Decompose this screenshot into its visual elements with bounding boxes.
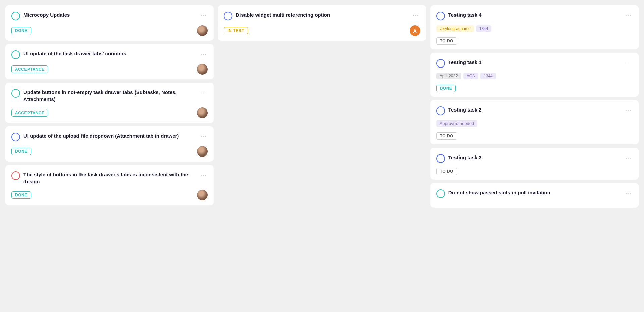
column-2: Disable widget multi referencing option·… — [218, 5, 426, 41]
avatar-image — [197, 146, 208, 157]
task-title: Update buttons in not-empty task drawer … — [23, 89, 196, 103]
task-card: Disable widget multi referencing option·… — [218, 5, 426, 41]
column-3: Testing task 4···verylongtagname1344TO D… — [430, 5, 639, 208]
task-tag: 1344 — [476, 25, 492, 32]
task-status-circle[interactable] — [224, 12, 232, 20]
card-header: Testing task 4··· — [436, 11, 633, 20]
task-tag: 1344 — [480, 73, 496, 79]
task-tag: verylongtagname — [436, 25, 474, 32]
avatar-letter: A — [410, 25, 420, 36]
avatar — [197, 64, 208, 75]
card-header: The style of buttons in the task drawer'… — [11, 171, 208, 185]
card-footer: DONE — [11, 190, 208, 200]
card-footer: ACCEPTANCE — [11, 64, 208, 75]
more-options-button[interactable]: ··· — [624, 189, 633, 197]
task-card: Microcopy Updates···DONE — [5, 5, 214, 41]
status-badge: ACCEPTANCE — [11, 109, 48, 117]
status-badge: TO DO — [436, 37, 457, 45]
card-footer: ACCEPTANCE — [11, 107, 208, 118]
card-header: Do not show passed slots in poll invitat… — [436, 189, 633, 198]
task-title: Disable widget multi referencing option — [236, 11, 408, 18]
task-card: Update buttons in not-empty task drawer … — [5, 83, 214, 123]
card-header: Testing task 2··· — [436, 106, 633, 115]
task-title: Do not show passed slots in poll invitat… — [448, 189, 621, 196]
task-status-circle[interactable] — [436, 189, 445, 198]
task-title: Testing task 4 — [448, 11, 621, 18]
task-status-circle[interactable] — [11, 89, 20, 98]
status-badge: TO DO — [436, 168, 457, 175]
more-options-button[interactable]: ··· — [412, 11, 420, 20]
avatar — [197, 146, 208, 157]
avatar — [197, 25, 208, 36]
card-header: UI update of the upload file dropdown (A… — [11, 132, 208, 141]
more-options-button[interactable]: ··· — [199, 89, 208, 97]
footer-left: ACCEPTANCE — [11, 65, 48, 73]
column-1: Microcopy Updates···DONEUI update of the… — [5, 5, 214, 205]
footer-left: ACCEPTANCE — [11, 109, 48, 117]
task-status-circle[interactable] — [11, 12, 20, 20]
task-card: Do not show passed slots in poll invitat… — [430, 183, 639, 208]
status-badge: TO DO — [436, 132, 457, 140]
avatar-image — [197, 25, 208, 36]
task-title: UI update of the upload file dropdown (A… — [23, 132, 196, 139]
footer-left: DONE — [11, 148, 31, 155]
footer-left: DONE — [11, 191, 31, 199]
more-options-button[interactable]: ··· — [624, 11, 633, 20]
card-header: Update buttons in not-empty task drawer … — [11, 89, 208, 103]
task-card: UI update of the upload file dropdown (A… — [5, 126, 214, 162]
card-footer: DONE — [11, 25, 208, 36]
task-status-circle[interactable] — [436, 12, 445, 20]
task-title: Testing task 1 — [448, 59, 621, 66]
footer-left: IN TEST — [224, 27, 248, 34]
avatar — [197, 107, 208, 118]
task-title: Testing task 3 — [448, 154, 621, 161]
task-title: Testing task 2 — [448, 106, 621, 113]
tag-row: April 2022AQA1344 — [436, 73, 519, 79]
task-title: UI update of the task drawer tabs' count… — [23, 50, 196, 57]
card-header: Testing task 1··· — [436, 59, 633, 68]
card-footer: DONE — [11, 146, 208, 157]
card-header: UI update of the task drawer tabs' count… — [11, 50, 208, 59]
task-title: Microcopy Updates — [23, 11, 196, 18]
footer-left: DONE — [11, 27, 31, 34]
task-card: The style of buttons in the task drawer'… — [5, 165, 214, 205]
more-options-button[interactable]: ··· — [199, 11, 208, 20]
task-status-circle[interactable] — [11, 171, 20, 180]
more-options-button[interactable]: ··· — [199, 171, 208, 179]
card-footer: Approved neededTO DO — [436, 120, 633, 140]
more-options-button[interactable]: ··· — [624, 154, 633, 162]
status-badge: ACCEPTANCE — [11, 65, 48, 73]
task-tag: Approved needed — [436, 120, 478, 127]
task-tag: April 2022 — [436, 73, 461, 79]
card-header: Testing task 3··· — [436, 154, 633, 163]
task-tag: AQA — [463, 73, 478, 79]
tag-row: verylongtagname1344 — [436, 25, 515, 32]
footer-left: Approved neededTO DO — [436, 120, 501, 140]
avatar-image — [197, 190, 208, 200]
footer-left: April 2022AQA1344DONE — [436, 73, 519, 92]
status-badge: DONE — [11, 27, 31, 34]
more-options-button[interactable]: ··· — [624, 59, 633, 67]
task-title: The style of buttons in the task drawer'… — [23, 171, 196, 185]
task-status-circle[interactable] — [436, 154, 445, 163]
card-footer: April 2022AQA1344DONE — [436, 73, 633, 92]
more-options-button[interactable]: ··· — [624, 106, 633, 115]
status-badge: DONE — [436, 85, 456, 92]
task-status-circle[interactable] — [436, 59, 445, 68]
footer-left: TO DO — [436, 168, 457, 175]
more-options-button[interactable]: ··· — [199, 132, 208, 141]
task-card: UI update of the task drawer tabs' count… — [5, 44, 214, 79]
more-options-button[interactable]: ··· — [199, 50, 208, 58]
task-status-circle[interactable] — [436, 106, 445, 115]
card-header: Microcopy Updates··· — [11, 11, 208, 20]
task-status-circle[interactable] — [11, 50, 20, 59]
card-header: Disable widget multi referencing option·… — [224, 11, 420, 20]
task-status-circle[interactable] — [11, 133, 20, 141]
task-card: Testing task 3···TO DO — [430, 148, 639, 180]
avatar-image — [197, 64, 208, 75]
task-card: Testing task 2···Approved neededTO DO — [430, 100, 639, 144]
avatar — [197, 190, 208, 200]
status-badge: DONE — [11, 148, 31, 155]
card-footer: verylongtagname1344TO DO — [436, 25, 633, 45]
status-badge: DONE — [11, 191, 31, 199]
